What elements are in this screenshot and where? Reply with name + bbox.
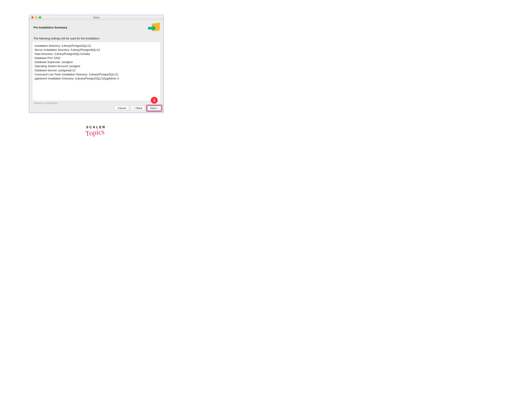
next-button[interactable]: Next > [147,106,161,111]
summary-line: Command Line Tools Installation Director… [35,73,158,76]
brand-logo: SCALER Topics [0,125,192,136]
summary-line: Server Installation Directory: /Library/… [35,48,158,52]
window-controls [29,16,41,19]
cancel-button[interactable]: Cancel [115,106,129,111]
annotation-callout-1: 1 [151,97,158,104]
setup-window: Setup Pre Installation Summary The follo… [29,15,164,113]
minimize-icon[interactable] [35,16,37,19]
intro-text: The following settings will be used for … [32,36,161,42]
window-title: Setup [29,16,164,19]
titlebar: Setup [29,15,164,20]
summary-panel[interactable]: Installation Directory: /Library/Postgre… [32,42,161,101]
back-button[interactable]: < Back [131,106,145,111]
brand-line2: Topics [85,127,105,138]
installer-box-icon [148,23,160,32]
summary-line: Data Directory: /Library/PostgreSQL/12/d… [35,52,158,56]
button-row: Cancel < Back Next > [29,105,164,113]
summary-line: Database Service: postgresql-12 [35,68,158,73]
summary-line: Operating System Account: postgres [35,64,158,68]
content-area: The following settings will be used for … [29,35,164,105]
header: Pre Installation Summary [29,20,164,35]
page-title: Pre Installation Summary [33,26,67,29]
summary-line: Database Port: 5432 [35,56,158,60]
summary-line: pgAdmin4 Installation Directory: /Librar… [35,76,158,81]
zoom-icon[interactable] [39,16,41,19]
close-icon[interactable] [31,16,34,19]
builder-label: VMware InstallBuilder [32,101,161,105]
summary-line: Installation Directory: /Library/Postgre… [35,44,158,48]
summary-line: Database Superuser: postgres [35,60,158,64]
